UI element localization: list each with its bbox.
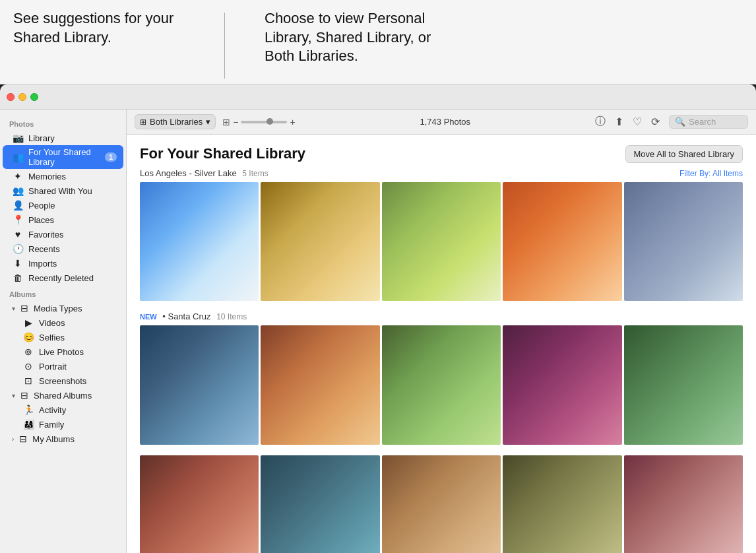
sidebar-label-people: People <box>28 201 117 211</box>
photo-cell[interactable] <box>261 455 379 553</box>
chevron-down-icon: ▾ <box>12 392 15 399</box>
sidebar-item-imports[interactable]: ⬇ Imports <box>3 256 123 271</box>
live-photos-icon: ⊚ <box>22 346 34 357</box>
sidebar-item-recents[interactable]: 🕐 Recents <box>3 242 123 256</box>
sidebar-item-memories[interactable]: ✦ Memories <box>3 169 123 183</box>
sidebar-label-selfies: Selfies <box>39 333 117 342</box>
main-content: For Your Shared Library Move All to Shar… <box>127 135 756 553</box>
sidebar-label-family: Family <box>39 420 117 430</box>
sidebar: Photos 📷 Library 👥 For Your Shared Libra… <box>0 110 127 553</box>
filter-by[interactable]: Filter By: All Items <box>679 169 743 178</box>
shared-with-you-icon: 👥 <box>12 185 24 196</box>
maximize-button[interactable] <box>30 93 38 101</box>
page-title: For Your Shared Library <box>140 145 305 162</box>
sidebar-item-live-photos[interactable]: ⊚ Live Photos <box>3 344 123 359</box>
sidebar-group-shared-albums[interactable]: ▾ ⊟ Shared Albums <box>3 388 123 403</box>
photo-cell[interactable] <box>382 182 501 301</box>
heart-icon[interactable]: ♡ <box>633 115 642 128</box>
sidebar-item-for-shared-library[interactable]: 👥 For Your Shared Library 1 <box>3 145 123 169</box>
section2-location: NEW • Santa Cruz 10 Items <box>140 311 247 321</box>
photo-cell[interactable] <box>140 455 259 553</box>
memories-icon: ✦ <box>12 171 24 181</box>
videos-icon: ▶ <box>22 317 34 328</box>
info-icon[interactable]: ⓘ <box>595 115 606 129</box>
photo-cell[interactable] <box>624 455 743 553</box>
photos-section-label: Photos <box>0 115 126 131</box>
minimize-button[interactable] <box>18 93 26 101</box>
photo-cell[interactable] <box>261 182 379 301</box>
sidebar-item-videos[interactable]: ▶ Videos <box>3 315 123 330</box>
my-albums-icon: ⊟ <box>17 434 29 444</box>
search-box[interactable]: 🔍 Search <box>669 115 748 129</box>
sidebar-item-recently-deleted[interactable]: 🗑 Recently Deleted <box>3 271 123 285</box>
sidebar-group-my-albums[interactable]: › ⊟ My Albums <box>3 432 123 446</box>
sidebar-label-recently-deleted: Recently Deleted <box>28 273 117 283</box>
photo-cell[interactable] <box>140 182 259 301</box>
section1-location: Los Angeles - Silver Lake 5 Items <box>140 168 268 178</box>
section2-header: NEW • Santa Cruz 10 Items <box>140 311 743 321</box>
sidebar-item-shared-with-you[interactable]: 👥 Shared With You <box>3 183 123 198</box>
chevron-down-icon: ▾ <box>206 117 210 127</box>
section2-photo-grid-row1 <box>140 325 743 444</box>
photo-cell[interactable] <box>382 455 501 553</box>
photo-cell[interactable] <box>503 182 621 301</box>
share-icon[interactable]: ⬆ <box>615 115 623 128</box>
move-all-button[interactable]: Move All to Shared Library <box>625 145 743 163</box>
portrait-icon: ⊙ <box>22 361 34 372</box>
sidebar-label-recents: Recents <box>28 244 117 254</box>
sidebar-item-activity[interactable]: 🏃 Activity <box>3 403 123 417</box>
toolbar-actions: ⓘ ⬆ ♡ ⟳ 🔍 Search <box>595 115 748 129</box>
sidebar-label-media-types: Media Types <box>34 304 82 313</box>
photo-cell[interactable] <box>261 325 379 444</box>
tooltip-right: Choose to view Personal Library, Shared … <box>265 9 436 66</box>
photo-cell[interactable] <box>382 325 501 444</box>
shared-library-badge: 1 <box>105 152 117 162</box>
media-types-icon: ⊟ <box>18 303 30 313</box>
new-badge: NEW <box>140 313 157 321</box>
rotate-icon[interactable]: ⟳ <box>651 115 660 128</box>
tooltip-divider <box>224 13 225 79</box>
sidebar-label-my-albums: My Albums <box>32 434 75 444</box>
sidebar-item-places[interactable]: 📍 Places <box>3 212 123 227</box>
sidebar-label-screenshots: Screenshots <box>39 376 117 386</box>
sidebar-item-library[interactable]: 📷 Library <box>3 131 123 145</box>
sidebar-item-people[interactable]: 👤 People <box>3 198 123 212</box>
section2-count: 10 Items <box>216 312 247 321</box>
photo-cell[interactable] <box>624 325 743 444</box>
photo-cell[interactable] <box>624 182 743 301</box>
sidebar-item-selfies[interactable]: 😊 Selfies <box>3 330 123 344</box>
section2-photo-grid-row2 <box>140 455 743 553</box>
library-picker[interactable]: ⊞ Both Libraries ▾ <box>135 114 216 129</box>
screenshots-icon: ⊡ <box>22 375 34 386</box>
activity-icon: 🏃 <box>22 405 34 415</box>
sidebar-label-memories: Memories <box>28 172 117 181</box>
imports-icon: ⬇ <box>12 258 24 269</box>
favorites-icon: ♥ <box>12 229 24 240</box>
sidebar-item-portrait[interactable]: ⊙ Portrait <box>3 359 123 374</box>
library-picker-label: Both Libraries <box>150 117 203 127</box>
sidebar-label-live-photos: Live Photos <box>39 347 117 357</box>
sidebar-group-media-types[interactable]: ▾ ⊟ Media Types <box>3 301 123 315</box>
search-placeholder: Search <box>689 117 716 127</box>
sidebar-label-library: Library <box>28 133 117 143</box>
sidebar-item-family[interactable]: 👨‍👩‍👧 Family <box>3 417 123 432</box>
sidebar-item-favorites[interactable]: ♥ Favorites <box>3 227 123 242</box>
recently-deleted-icon: 🗑 <box>12 273 24 283</box>
places-icon: 📍 <box>12 214 24 225</box>
chevron-right-icon: › <box>12 436 14 443</box>
photo-cell[interactable] <box>503 455 621 553</box>
search-icon: 🔍 <box>675 117 685 127</box>
sidebar-label-portrait: Portrait <box>39 362 117 372</box>
sidebar-label-imports: Imports <box>28 259 117 269</box>
photo-cell[interactable] <box>140 325 259 444</box>
display-icon: ⊞ <box>222 117 230 127</box>
zoom-slider[interactable] <box>241 121 287 123</box>
photo-cell[interactable] <box>503 325 621 444</box>
section1-photo-grid <box>140 182 743 301</box>
sidebar-label-places: Places <box>28 215 117 225</box>
zoom-plus[interactable]: + <box>290 117 295 127</box>
close-button[interactable] <box>7 93 15 101</box>
sidebar-item-screenshots[interactable]: ⊡ Screenshots <box>3 374 123 388</box>
zoom-minus[interactable]: − <box>233 117 238 127</box>
section1-header: Los Angeles - Silver Lake 5 Items Filter… <box>140 168 743 178</box>
